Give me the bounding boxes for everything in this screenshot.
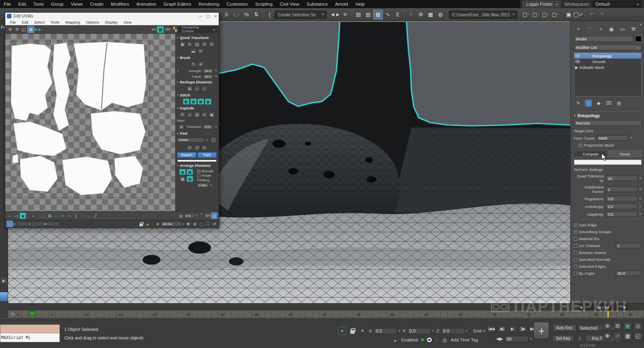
hierarchy-tab-icon[interactable]: ⫞ — [597, 25, 604, 33]
stitch-custom-icon[interactable]: ▦ — [183, 98, 189, 105]
lock-selection-icon[interactable] — [348, 327, 356, 335]
save-file-icon[interactable]: ▣ — [564, 10, 574, 20]
check-circle-icon[interactable]: ◯✓ — [574, 10, 583, 20]
current-frame-field[interactable]: 88 — [505, 336, 528, 342]
zoom-all-icon[interactable]: ⊞ — [613, 321, 622, 330]
filter-faces-icon[interactable]: ▲ — [144, 221, 151, 227]
configure-modifier-sets-icon[interactable]: ▤ — [615, 100, 622, 107]
play-icon[interactable]: ▶ — [508, 325, 517, 333]
toggle-layer-explorer-icon[interactable]: ▦ — [373, 10, 383, 20]
align-v-icon[interactable]: ∟ — [86, 212, 92, 219]
face-count-field[interactable]: 5000 — [597, 135, 629, 141]
zoom-extents-icon[interactable]: ⛶ — [204, 221, 211, 227]
setting-field[interactable]: 0.5 — [606, 211, 637, 217]
straighten-icon[interactable]: ▤ — [187, 85, 193, 92]
setting-field[interactable]: 1 — [606, 186, 637, 192]
uvw-menu-item[interactable]: Mapping — [62, 20, 83, 24]
z-field[interactable]: 0.0 — [441, 328, 465, 334]
stitch-target-icon[interactable]: ▦ — [205, 98, 211, 105]
x-field[interactable]: 0.0 — [374, 328, 397, 334]
prev-key-icon[interactable]: ◄ — [578, 304, 584, 310]
maxscript-icon[interactable]: f≈ — [11, 312, 15, 316]
zoom-icon[interactable]: ⊕ — [191, 221, 198, 227]
texture-dropdown[interactable]: CheckerPat...(Checke▼ — [178, 26, 218, 33]
curve-editor-icon[interactable]: ∿ — [383, 10, 393, 20]
w-field[interactable] — [48, 221, 60, 226]
motion-tab-icon[interactable]: ◉ — [608, 25, 615, 33]
absolute-mode-icon[interactable]: ◰ — [7, 221, 13, 227]
checker-map-icon[interactable]: ▚ — [171, 26, 178, 33]
strength-field[interactable]: 10.0 — [203, 68, 213, 73]
menu-item[interactable]: Tools — [30, 0, 48, 8]
snowflake-filter-icon[interactable]: ✳ — [154, 221, 161, 227]
setting-field[interactable]: 0.5 — [606, 204, 637, 209]
spinner-arrows-icon[interactable]: ⇅ — [639, 212, 642, 216]
redo-icon[interactable]: ↷ — [597, 10, 607, 20]
pin-stack-icon[interactable]: ✎ — [575, 100, 582, 107]
ring-edge-icon[interactable]: ≖ — [59, 212, 66, 219]
stitch-source-icon[interactable]: ▦ — [190, 98, 197, 105]
fov-icon[interactable]: ◎ — [633, 321, 642, 330]
placement-tool-icon[interactable]: ⁘ — [406, 10, 416, 20]
stitch-average-icon[interactable]: ▦ — [198, 98, 204, 105]
explode-seams-icon[interactable]: ✳ — [201, 112, 208, 118]
expand-seams-icon[interactable]: ▣ — [209, 112, 215, 118]
menu-item[interactable]: Help — [352, 0, 368, 8]
orbit-icon[interactable]: ⟳ — [613, 331, 622, 340]
align-icon[interactable]: ≡ — [340, 10, 350, 20]
zoom-region-icon[interactable]: ⬚ — [198, 221, 204, 227]
window-titlebar[interactable]: Edit UVWs — ▢ ✕ — [5, 13, 219, 20]
face-mode-icon[interactable]: ■ — [20, 212, 26, 219]
reset-peel-icon[interactable]: ◯ — [210, 137, 217, 143]
menu-item[interactable]: Scripting — [251, 0, 276, 8]
quick-peel-icon[interactable]: ↻ — [187, 144, 193, 151]
option-field[interactable]: 30.0 — [615, 271, 642, 276]
create-tab-icon[interactable]: ＋ — [575, 25, 582, 33]
replace-asset-icon[interactable]: ▢+ — [541, 10, 550, 20]
reset-view-icon[interactable]: ↺ — [211, 221, 218, 227]
menu-item[interactable]: Animation — [133, 0, 160, 8]
go-to-start-icon[interactable]: |◀◀ — [487, 325, 496, 333]
menu-item[interactable]: File — [0, 0, 15, 8]
uvw-menu-item[interactable]: Options — [83, 20, 102, 24]
v-field[interactable] — [31, 221, 44, 226]
scale-tool-icon[interactable]: ◱ — [20, 26, 27, 33]
soft-select-icon[interactable]: ◎ — [178, 212, 184, 219]
isolate-selection-icon[interactable] — [338, 327, 346, 335]
set-keys-button[interactable]: ＋ — [534, 322, 549, 339]
next-frame-icon[interactable]: ||▶ — [519, 325, 528, 333]
menu-item[interactable]: Civil View — [276, 0, 303, 8]
pack-nonuniform-icon[interactable]: ▦ — [187, 169, 193, 175]
user-account-dropdown[interactable]: Logan Foster▼ — [523, 1, 560, 7]
option-checkbox[interactable] — [574, 265, 577, 268]
setting-field[interactable]: 0.5 — [606, 196, 637, 201]
option-checkbox[interactable] — [574, 244, 577, 247]
maximize-icon[interactable]: ▢ — [207, 14, 210, 18]
threshold-field[interactable]: 0.01 — [203, 125, 213, 129]
option-checkbox[interactable] — [574, 272, 577, 275]
selection-set-dropdown[interactable]: Create Selection Se▼ — [275, 11, 327, 19]
option-checkbox[interactable]: ✓ — [574, 223, 577, 227]
uvw-menu-item[interactable]: Edit — [19, 20, 31, 24]
setting-field[interactable]: 10 — [606, 175, 637, 181]
remove-modifier-icon[interactable]: ⌧ — [605, 100, 612, 107]
option-checkbox[interactable]: ✓ — [574, 230, 577, 234]
snap-grid-icon[interactable]: ▦ — [157, 26, 164, 33]
minimize-icon[interactable]: — — [199, 14, 202, 18]
maximize-viewport-icon[interactable]: ◱ — [633, 331, 642, 340]
peel-mode-icon[interactable]: ↺ — [194, 144, 200, 151]
stack-item-smooth[interactable]: Smooth — [574, 59, 641, 64]
angle-snap-icon[interactable]: ∟⌐ — [232, 10, 242, 20]
falloff-shape-icon[interactable]: ⌒ — [198, 212, 204, 219]
snaps-toggle-icon[interactable]: 3⌐ — [222, 10, 232, 20]
pack-normalize-icon[interactable]: ▦ — [179, 169, 186, 175]
menu-item[interactable]: Group — [47, 0, 67, 8]
loop-edge-icon[interactable]: — — [53, 212, 59, 219]
zoom-icon[interactable]: ⊕ — [603, 321, 612, 330]
spinner-arrows-icon[interactable]: ⇅ — [639, 197, 642, 200]
schematic-view-icon[interactable]: ⊻ — [393, 10, 402, 20]
move-h-icon[interactable]: ✢ — [187, 41, 193, 47]
stack-item-retopology[interactable]: Retopology — [574, 53, 641, 59]
prev-frame-icon[interactable]: ◀|| — [497, 325, 506, 333]
spinner-arrows-icon[interactable]: ⇅ — [639, 188, 642, 191]
